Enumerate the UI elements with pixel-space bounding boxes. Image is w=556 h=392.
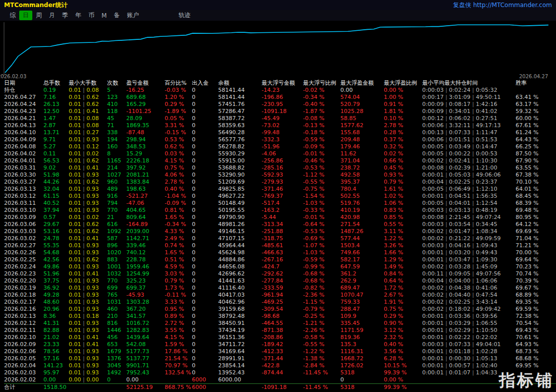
app-link[interactable]: 复盘侠 http://MTCommander.com [453,1,552,10]
table-cell: 2226.18 [126,157,165,164]
column-header[interactable]: 最大浮亏金额 [262,80,303,87]
table-cell: 9901.71 [126,362,165,369]
table-cell: 2026.03.03 [4,228,43,235]
table-row[interactable]: 2026.03.090.570.01 | 0.0221809.641.65 %0… [4,214,556,221]
table-cell: -2.26 % [303,327,340,334]
table-cell: 0:00:02 | 0:18:02 | 49:09:42 [422,306,516,313]
table-cell: 5.27 [43,143,69,150]
table-row[interactable]: 2026.02.2351.960.01 | 0.4110321254.993.0… [4,270,556,277]
table-row[interactable]: 2026.02.1748.600.01 | 0.9310311303.283.3… [4,299,556,306]
menu-item-轨迹[interactable]: 轨迹 [175,11,194,20]
menu-item-季[interactable]: 季 [59,11,72,20]
column-header[interactable]: 最小大手数 [69,80,107,87]
table-cell: 26.13 [43,101,69,108]
table-row[interactable]: 2026.03.1037.940.01 | 0.93770404.650.81 … [4,207,556,214]
table-cell: -0.18 % [303,129,340,136]
table-cell: 0 [192,221,218,228]
column-header[interactable]: 百分比% [165,80,192,87]
table-cell: -0.69 % [303,235,340,242]
table-row[interactable]: 2026.04.2426.130.01 | 0.62410165.290.29 … [4,101,556,108]
table-row[interactable]: 2026.02.1021.020.01 | 0.414561439.644.15… [4,334,556,341]
table-cell: 69.35 % [516,299,556,306]
table-row[interactable]: 2026.02.2654.680.01 | 0.931020740.121.65… [4,249,556,256]
table-row[interactable]: 2026.02.0678.560.01 | 0.9316795177.7317.… [4,348,556,355]
table-cell: 72.38 % [516,313,556,320]
column-header[interactable]: 盈亏金额 [126,80,165,87]
table-cell: 0.66 % [384,157,422,164]
table-row[interactable]: 2026.03.3051.980.01 | 0.9310272081.214.0… [4,172,556,179]
table-cell: -0.13 % [303,122,340,129]
table-row[interactable]: 2026.04.0156.530.01 | 0.6211652226.184.1… [4,157,556,164]
table-cell: 1.22 % [384,235,422,242]
column-header[interactable]: 最大浮盈金额 [340,80,384,87]
column-header[interactable]: 最大浮亏比例 [303,80,340,87]
table-row[interactable]: 2026.04.1013.710.01 | 0.27338-87.48-0.15… [4,129,556,136]
table-cell: -0.33 % [303,207,340,214]
table-row[interactable]: 2026.03.0353.160.01 | 0.6210922039.004.3… [4,228,556,235]
table-row[interactable]: 2026.04.099.710.01 | 0.93194298.940.53 %… [4,136,556,143]
table-row[interactable]: 2026.03.319.020.01 | 0.41214397.920.75 %… [4,164,556,172]
table-cell: 0 [192,263,218,270]
table-cell: 58141.44 [218,94,262,101]
table-row[interactable]: 2026.03.1261.150.01 | 0.93916-521.27-1.0… [4,193,556,200]
table-cell: -2.36 % [303,292,340,299]
table-row[interactable]: 2026.02.2037.750.01 | 0.93770325.230.79 … [4,277,556,285]
table-row[interactable]: 2026.04.277.160.01 | 0.62123689.681.20 %… [4,94,556,101]
table-row[interactable]: 2026.04.085.270.01 | 0.12160348.530.62 %… [4,143,556,150]
table-row[interactable]: 2026.02.020.000.00 | 0.0000.0060006000.0… [4,376,556,384]
table-cell: 69.67 % [516,285,556,292]
menu-item-综[interactable]: 综 [6,11,19,20]
table-row[interactable]: 2026.04.132.870.01 | 0.08711869.353.31 %… [4,122,556,129]
table-row[interactable]: 2026.03.1332.040.01 | 0.93489198.630.40 … [4,186,556,193]
menu-item-年[interactable]: 年 [72,11,85,20]
table-row[interactable]: 2026.02.04141.230.01 | 0.9330459901.7170… [4,362,556,369]
table-cell: 1668.72 [340,355,384,362]
table-row[interactable]: 2026.04.020.110.01 | 0.02815.290.03 %055… [4,150,556,157]
column-header[interactable]: 最大浮盈比例 [384,80,422,87]
table-row[interactable]: 2026.02.0557.160.01 | 0.9313765137.7721.… [4,355,556,362]
menu-item-币[interactable]: 币 [85,11,98,20]
column-header[interactable]: 最小平均最大持仓时间 [422,80,516,87]
column-header[interactable]: 余额 [218,80,262,87]
column-header[interactable]: 胜率 [516,80,556,87]
table-row[interactable]: 2026.04.2312.500.01 | 0.41118-1101.25-1.… [4,108,556,115]
column-header[interactable]: 次数 [107,80,126,87]
menu-item-账户[interactable]: 账户 [123,11,142,20]
table-row[interactable]: 2026.02.138.360.01 | 0.18210341.570.89 %… [4,313,556,320]
table-row[interactable]: 2026.02.1936.920.01 | 0.93699699.371.73 … [4,285,556,292]
table-cell: 1.47 [43,115,69,122]
column-header[interactable]: 总手数 [43,80,69,87]
table-cell: -2.84 % [303,362,340,369]
menu-item-周[interactable]: 周 [32,11,45,20]
table-row[interactable]: 2026.02.1849.280.01 | 0.93765-45.93-0.11… [4,292,556,299]
table-row[interactable]: 2026.03.1140.520.01 | 0.93794-47.06-0.09… [4,200,556,207]
table-row[interactable]: 2026.03.2744.260.01 | 0.629601383.842.78… [4,179,556,186]
table-row[interactable]: 2026.02.2449.860.01 | 0.9310011959.464.5… [4,263,556,270]
table-cell: -422.8 [262,362,303,369]
menu-item-日[interactable]: 日 [19,11,32,20]
table-row[interactable]: 2026.02.1182.880.01 | 0.9314461282.833.5… [4,327,556,334]
table-row[interactable]: 2026.02.1241.310.01 | 0.938161016.722.72… [4,320,556,327]
table-row[interactable]: 持仓0.190.01 | 0.085-16.25-0.03 %058141.44… [4,87,556,94]
table-row[interactable]: 2026.03.0629.670.01 | 0.62616-164.89-0.3… [4,221,556,228]
total-row[interactable]: 合计1518.5052125.19868.75 %6000-1091.18-11… [4,384,556,391]
table-row[interactable]: 2026.03.0224.780.01 | 0.415871142.712.49… [4,235,556,242]
table-cell: 0 [192,277,218,285]
table-row[interactable]: 2026.02.1620.960.01 | 0.93460367.200.95 … [4,306,556,313]
table-cell: 0 [192,101,218,108]
table-cell: 0:00:08 | 2:21:45 | 49:07:24 [422,214,516,221]
menu-item-备[interactable]: 备 [110,11,123,20]
table-cell: 0:00:06 | 0:01:51 | 0:51:53 [422,136,516,143]
table-row[interactable]: 2026.02.2755.350.01 | 0.93896339.460.74 … [4,242,556,249]
table-cell: -1101.25 [126,108,165,115]
table-cell: -1.07 % [303,242,340,249]
column-header[interactable]: 出入金 [192,80,218,87]
table-row[interactable]: 2026.02.0395.970.01 | 0.9314927952.43132… [4,369,556,376]
column-header[interactable]: 日期 [4,80,43,87]
table-row[interactable]: 2026.04.211.470.01 | 0.084528.090.05 %05… [4,115,556,122]
table-row[interactable]: 2026.02.0923.330.01 | 0.41653542.081.59 … [4,341,556,348]
menu-item-月[interactable]: 月 [45,11,59,20]
table-cell: 0.90 % [384,320,422,327]
menu-item-M[interactable]: M [98,12,110,20]
table-row[interactable]: 2026.02.2542.560.01 | 0.62883228.780.51 … [4,256,556,263]
